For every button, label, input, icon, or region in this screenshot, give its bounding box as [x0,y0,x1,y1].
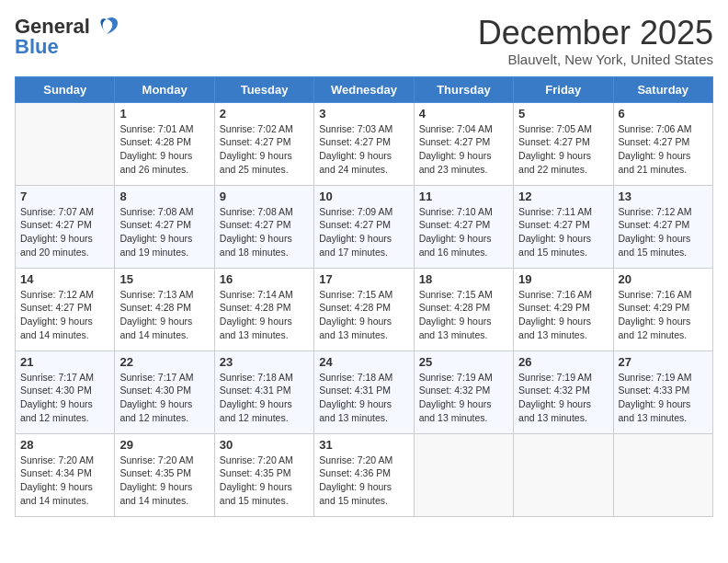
calendar-cell: 7Sunrise: 7:07 AMSunset: 4:27 PMDaylight… [16,185,115,268]
calendar-cell: 5Sunrise: 7:05 AMSunset: 4:27 PMDaylight… [514,102,613,185]
day-info: Sunrise: 7:03 AMSunset: 4:27 PMDaylight:… [319,122,408,177]
calendar-cell: 16Sunrise: 7:14 AMSunset: 4:28 PMDayligh… [214,268,313,350]
day-number: 3 [319,107,408,121]
day-number: 9 [220,190,309,203]
day-info: Sunrise: 7:12 AMSunset: 4:27 PMDaylight:… [619,205,708,259]
logo: General Blue [15,15,119,59]
calendar-week-2: 7Sunrise: 7:07 AMSunset: 4:27 PMDaylight… [16,185,713,268]
calendar-cell [414,433,513,516]
day-info: Sunrise: 7:20 AMSunset: 4:36 PMDaylight:… [319,454,408,508]
day-number: 7 [20,190,109,203]
header: General Blue December 2025 Blauvelt, New… [15,15,713,67]
day-info: Sunrise: 7:05 AMSunset: 4:27 PMDaylight:… [518,122,608,177]
day-info: Sunrise: 7:19 AMSunset: 4:32 PMDaylight:… [518,371,608,425]
day-number: 12 [518,190,608,203]
day-info: Sunrise: 7:08 AMSunset: 4:27 PMDaylight:… [220,205,309,259]
day-info: Sunrise: 7:17 AMSunset: 4:30 PMDaylight:… [20,371,109,425]
day-info: Sunrise: 7:15 AMSunset: 4:28 PMDaylight:… [419,288,508,342]
day-info: Sunrise: 7:11 AMSunset: 4:27 PMDaylight:… [518,205,608,259]
day-number: 14 [20,272,109,286]
day-number: 19 [518,272,608,286]
day-number: 1 [119,107,209,121]
calendar-cell: 2Sunrise: 7:02 AMSunset: 4:27 PMDaylight… [214,102,313,185]
day-number: 23 [220,355,309,369]
month-title: December 2025 [478,15,713,52]
day-info: Sunrise: 7:20 AMSunset: 4:34 PMDaylight:… [20,454,109,508]
day-number: 28 [20,438,109,452]
day-info: Sunrise: 7:19 AMSunset: 4:32 PMDaylight:… [419,371,508,425]
calendar-cell: 15Sunrise: 7:13 AMSunset: 4:28 PMDayligh… [115,268,214,350]
day-number: 20 [619,272,708,286]
calendar-cell: 23Sunrise: 7:18 AMSunset: 4:31 PMDayligh… [214,350,313,433]
day-header-wednesday: Wednesday [314,76,414,102]
title-area: December 2025 Blauvelt, New York, United… [478,15,713,67]
day-info: Sunrise: 7:01 AMSunset: 4:28 PMDaylight:… [119,122,209,177]
calendar-week-1: 1Sunrise: 7:01 AMSunset: 4:28 PMDaylight… [16,102,713,185]
calendar-cell: 28Sunrise: 7:20 AMSunset: 4:34 PMDayligh… [16,433,115,516]
calendar-table: SundayMondayTuesdayWednesdayThursdayFrid… [15,76,713,517]
calendar-cell: 20Sunrise: 7:16 AMSunset: 4:29 PMDayligh… [613,268,712,350]
logo-bird-icon [94,16,119,38]
day-number: 22 [119,355,209,369]
calendar-week-4: 21Sunrise: 7:17 AMSunset: 4:30 PMDayligh… [16,350,713,433]
day-header-monday: Monday [115,76,214,102]
calendar-header-row: SundayMondayTuesdayWednesdayThursdayFrid… [16,76,713,102]
day-info: Sunrise: 7:18 AMSunset: 4:31 PMDaylight:… [319,371,408,425]
day-number: 6 [619,107,708,121]
calendar-cell: 1Sunrise: 7:01 AMSunset: 4:28 PMDaylight… [115,102,214,185]
day-number: 13 [619,190,708,203]
calendar-cell: 18Sunrise: 7:15 AMSunset: 4:28 PMDayligh… [414,268,513,350]
calendar-cell: 8Sunrise: 7:08 AMSunset: 4:27 PMDaylight… [115,185,214,268]
day-info: Sunrise: 7:12 AMSunset: 4:27 PMDaylight:… [20,288,109,342]
day-header-friday: Friday [514,76,613,102]
calendar-cell: 17Sunrise: 7:15 AMSunset: 4:28 PMDayligh… [314,268,414,350]
calendar-cell: 10Sunrise: 7:09 AMSunset: 4:27 PMDayligh… [314,185,414,268]
day-number: 8 [119,190,209,203]
calendar-cell: 6Sunrise: 7:06 AMSunset: 4:27 PMDaylight… [613,102,712,185]
calendar-cell [514,433,613,516]
day-number: 5 [518,107,608,121]
day-info: Sunrise: 7:10 AMSunset: 4:27 PMDaylight:… [419,205,508,259]
location: Blauvelt, New York, United States [478,52,713,67]
day-info: Sunrise: 7:14 AMSunset: 4:28 PMDaylight:… [220,288,309,342]
day-number: 17 [319,272,408,286]
day-info: Sunrise: 7:08 AMSunset: 4:27 PMDaylight:… [119,205,209,259]
day-header-saturday: Saturday [613,76,712,102]
day-number: 30 [220,438,309,452]
calendar-cell: 24Sunrise: 7:18 AMSunset: 4:31 PMDayligh… [314,350,414,433]
calendar-week-5: 28Sunrise: 7:20 AMSunset: 4:34 PMDayligh… [16,433,713,516]
calendar-cell: 4Sunrise: 7:04 AMSunset: 4:27 PMDaylight… [414,102,513,185]
calendar-week-3: 14Sunrise: 7:12 AMSunset: 4:27 PMDayligh… [16,268,713,350]
calendar-cell: 14Sunrise: 7:12 AMSunset: 4:27 PMDayligh… [16,268,115,350]
day-number: 21 [20,355,109,369]
day-info: Sunrise: 7:04 AMSunset: 4:27 PMDaylight:… [419,122,508,177]
day-info: Sunrise: 7:15 AMSunset: 4:28 PMDaylight:… [319,288,408,342]
calendar-cell: 25Sunrise: 7:19 AMSunset: 4:32 PMDayligh… [414,350,513,433]
day-number: 11 [419,190,508,203]
day-number: 29 [119,438,209,452]
day-info: Sunrise: 7:18 AMSunset: 4:31 PMDaylight:… [220,371,309,425]
day-number: 16 [220,272,309,286]
day-header-thursday: Thursday [414,76,513,102]
calendar-cell: 21Sunrise: 7:17 AMSunset: 4:30 PMDayligh… [16,350,115,433]
calendar-cell: 13Sunrise: 7:12 AMSunset: 4:27 PMDayligh… [613,185,712,268]
day-number: 26 [518,355,608,369]
calendar-cell: 3Sunrise: 7:03 AMSunset: 4:27 PMDaylight… [314,102,414,185]
calendar-cell [16,102,115,185]
day-info: Sunrise: 7:02 AMSunset: 4:27 PMDaylight:… [220,122,309,177]
day-info: Sunrise: 7:16 AMSunset: 4:29 PMDaylight:… [518,288,608,342]
day-header-tuesday: Tuesday [214,76,313,102]
calendar-cell: 29Sunrise: 7:20 AMSunset: 4:35 PMDayligh… [115,433,214,516]
calendar-cell: 11Sunrise: 7:10 AMSunset: 4:27 PMDayligh… [414,185,513,268]
calendar-cell: 12Sunrise: 7:11 AMSunset: 4:27 PMDayligh… [514,185,613,268]
calendar-cell: 19Sunrise: 7:16 AMSunset: 4:29 PMDayligh… [514,268,613,350]
day-number: 10 [319,190,408,203]
day-number: 31 [319,438,408,452]
day-info: Sunrise: 7:13 AMSunset: 4:28 PMDaylight:… [119,288,209,342]
day-number: 15 [119,272,209,286]
calendar-cell: 22Sunrise: 7:17 AMSunset: 4:30 PMDayligh… [115,350,214,433]
day-info: Sunrise: 7:07 AMSunset: 4:27 PMDaylight:… [20,205,109,259]
day-info: Sunrise: 7:09 AMSunset: 4:27 PMDaylight:… [319,205,408,259]
day-number: 2 [220,107,309,121]
day-number: 18 [419,272,508,286]
